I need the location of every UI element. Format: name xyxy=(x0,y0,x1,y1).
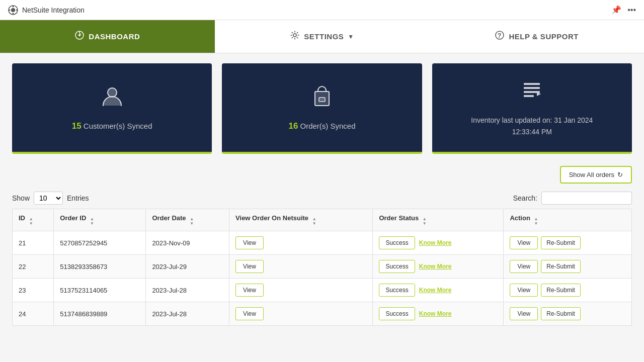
view-netsuite-button-1[interactable]: View xyxy=(235,260,264,273)
svg-point-13 xyxy=(108,88,117,97)
resubmit-button-2[interactable]: Re-Submit xyxy=(541,284,581,297)
pin-icon[interactable]: 📌 xyxy=(611,5,621,15)
refresh-icon: ↻ xyxy=(617,171,623,178)
sort-icon-view: ▲▼ xyxy=(312,217,316,226)
col-action[interactable]: Action ▲▼ xyxy=(504,209,632,231)
search-area: Search: xyxy=(513,192,632,205)
action-view-button-1[interactable]: View xyxy=(510,260,538,273)
cell-status-0: Success Know More xyxy=(373,231,504,255)
svg-rect-19 xyxy=(524,95,534,97)
table-row: 21 5270857252945 2023-Nov-09 View Succes… xyxy=(13,231,632,255)
status-button-2[interactable]: Success xyxy=(379,284,415,297)
know-more-button-3[interactable]: Know More xyxy=(419,310,452,317)
cell-order-date-0: 2023-Nov-09 xyxy=(146,231,229,255)
status-button-1[interactable]: Success xyxy=(379,260,415,273)
sort-icon-id: ▲▼ xyxy=(29,217,33,226)
inventory-stat-card: Inventory last updated on: 31 Jan 2024 1… xyxy=(432,63,632,154)
svg-text:?: ? xyxy=(498,32,502,39)
top-bar-actions: 📌 ••• xyxy=(611,5,636,15)
orders-label: Order(s) Synced xyxy=(300,122,356,130)
sort-icon-action: ▲▼ xyxy=(534,217,538,226)
cell-order-id-3: 5137486839889 xyxy=(54,302,146,326)
table-entries-row: Show 10 25 50 100 Entries Search: xyxy=(12,192,632,205)
resubmit-button-3[interactable]: Re-Submit xyxy=(541,307,581,320)
tab-settings[interactable]: SETTINGS ▼ xyxy=(215,20,430,53)
customers-stat-card: 15 Customer(s) Synced xyxy=(12,63,212,154)
cell-status-3: Success Know More xyxy=(373,302,504,326)
action-view-button-0[interactable]: View xyxy=(510,236,538,249)
cell-status-1: Success Know More xyxy=(373,255,504,279)
main-content: 15 Customer(s) Synced 16 Order(s) Synced xyxy=(0,53,644,336)
svg-rect-17 xyxy=(524,87,540,89)
cell-status-2: Success Know More xyxy=(373,279,504,302)
col-view-netsuite[interactable]: View Order On Netsuite ▲▼ xyxy=(229,209,373,231)
orders-stat-text: 16 Order(s) Synced xyxy=(288,121,355,131)
tab-dashboard[interactable]: DASHBOARD xyxy=(0,20,215,53)
cell-action-0: View Re-Submit xyxy=(504,231,632,255)
view-netsuite-button-0[interactable]: View xyxy=(235,236,264,249)
cell-id-3: 24 xyxy=(13,302,54,326)
svg-point-5 xyxy=(16,9,18,11)
customer-icon xyxy=(100,84,124,113)
cell-action-3: View Re-Submit xyxy=(504,302,632,326)
resubmit-button-1[interactable]: Re-Submit xyxy=(541,260,581,273)
action-view-button-3[interactable]: View xyxy=(510,307,538,320)
status-button-3[interactable]: Success xyxy=(379,307,415,320)
table-row: 22 5138293358673 2023-Jul-29 View Succes… xyxy=(13,255,632,279)
cell-action-1: View Re-Submit xyxy=(504,255,632,279)
cell-order-id-0: 5270857252945 xyxy=(54,231,146,255)
customers-label: Customer(s) Synced xyxy=(84,122,152,130)
svg-point-10 xyxy=(293,34,296,37)
know-more-button-0[interactable]: Know More xyxy=(419,239,452,246)
show-all-label: Show All orders xyxy=(569,171,614,178)
nav-tabs: DASHBOARD SETTINGS ▼ ? HELP & SUPPORT xyxy=(0,20,644,53)
col-order-id[interactable]: Order ID ▲▼ xyxy=(54,209,146,231)
sort-icon-order-id: ▲▼ xyxy=(90,217,94,226)
tab-settings-label: SETTINGS xyxy=(304,32,344,41)
cell-view-netsuite-1: View xyxy=(229,255,373,279)
view-netsuite-button-3[interactable]: View xyxy=(235,307,264,320)
tab-help-label: HELP & SUPPORT xyxy=(509,32,578,41)
orders-table: ID ▲▼ Order ID ▲▼ Order Date ▲▼ View Ord… xyxy=(12,209,632,326)
show-all-orders-button[interactable]: Show All orders ↻ xyxy=(560,166,632,184)
cell-order-id-1: 5138293358673 xyxy=(54,255,146,279)
cell-action-2: View Re-Submit xyxy=(504,279,632,302)
resubmit-button-0[interactable]: Re-Submit xyxy=(541,236,581,249)
help-icon: ? xyxy=(495,30,505,43)
top-bar: NetSuite Integration 📌 ••• xyxy=(0,0,644,20)
svg-rect-16 xyxy=(524,83,540,85)
svg-point-2 xyxy=(13,6,14,7)
orders-stat-card: 16 Order(s) Synced xyxy=(222,63,422,154)
col-order-date[interactable]: Order Date ▲▼ xyxy=(146,209,229,231)
know-more-button-1[interactable]: Know More xyxy=(419,263,452,270)
col-order-status[interactable]: Order Status ▲▼ xyxy=(373,209,504,231)
settings-chevron-icon: ▼ xyxy=(348,33,354,40)
cell-order-id-2: 5137523114065 xyxy=(54,279,146,302)
inventory-icon xyxy=(520,78,544,107)
search-label: Search: xyxy=(513,194,537,202)
app-title: NetSuite Integration xyxy=(22,6,85,14)
inventory-text: Inventory last updated on: 31 Jan 2024 1… xyxy=(471,115,593,137)
more-menu-icon[interactable]: ••• xyxy=(627,6,636,15)
action-view-button-2[interactable]: View xyxy=(510,284,538,297)
sort-icon-order-date: ▲▼ xyxy=(190,217,194,226)
col-id[interactable]: ID ▲▼ xyxy=(13,209,54,231)
search-input[interactable] xyxy=(541,192,632,205)
svg-point-3 xyxy=(13,13,14,14)
tab-dashboard-label: DASHBOARD xyxy=(89,32,140,41)
cell-id-0: 21 xyxy=(13,231,54,255)
show-label: Show xyxy=(12,194,30,202)
sort-icon-status: ▲▼ xyxy=(423,217,427,226)
cell-order-date-1: 2023-Jul-29 xyxy=(146,255,229,279)
entries-left: Show 10 25 50 100 Entries xyxy=(12,192,89,205)
show-all-container: Show All orders ↻ xyxy=(12,166,632,184)
top-bar-left: NetSuite Integration xyxy=(8,5,85,15)
know-more-button-2[interactable]: Know More xyxy=(419,287,452,294)
tab-help[interactable]: ? HELP & SUPPORT xyxy=(429,20,644,53)
app-logo-icon xyxy=(8,5,18,15)
svg-point-4 xyxy=(9,9,11,11)
cell-view-netsuite-0: View xyxy=(229,231,373,255)
entries-select[interactable]: 10 25 50 100 xyxy=(34,192,63,205)
view-netsuite-button-2[interactable]: View xyxy=(235,284,264,297)
status-button-0[interactable]: Success xyxy=(379,236,415,249)
